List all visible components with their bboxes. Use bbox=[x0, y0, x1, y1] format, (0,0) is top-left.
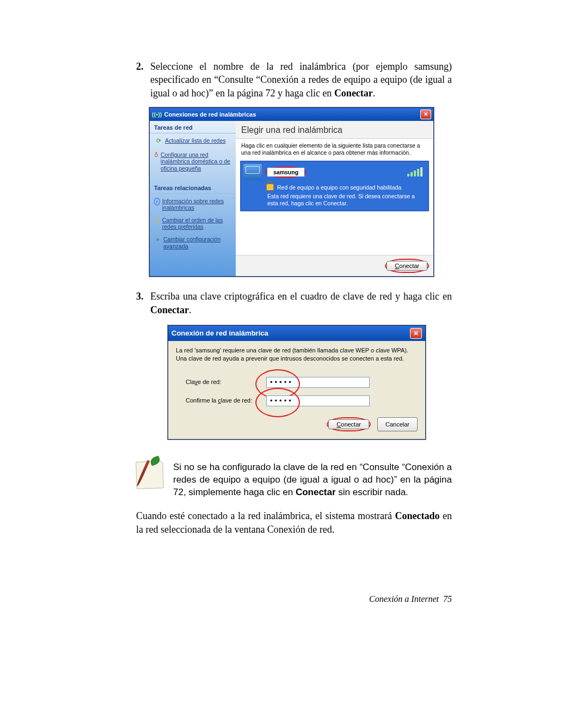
close-icon[interactable]: ✕ bbox=[420, 109, 431, 119]
dialog-title: Conexión de red inalámbrica bbox=[171, 329, 268, 337]
sidebar: Tareas de red ⟳ Actualizar lista de rede… bbox=[150, 121, 236, 277]
ssid-label: samsung bbox=[267, 168, 304, 176]
main-instructions: Haga clic en cualquier elemento de la si… bbox=[236, 139, 433, 161]
confirm-key-label: Confirme la clave de red: bbox=[176, 397, 266, 405]
step2-t2: . bbox=[373, 88, 376, 99]
step3-t2: . bbox=[189, 304, 192, 315]
confirm-key-input[interactable] bbox=[266, 395, 370, 406]
gear-icon: ✶ bbox=[154, 236, 161, 243]
network-key-input[interactable] bbox=[266, 377, 370, 388]
dialog-message: La red 'samsung' requiere una clave de r… bbox=[176, 346, 418, 363]
wireless-key-dialog: Conexión de red inalámbrica ✕ La red 'sa… bbox=[168, 325, 426, 440]
sidebar-item-advanced[interactable]: ✶ Cambiar configuración avanzada bbox=[150, 234, 236, 251]
sidebar-setup-label: Configurar una red inalámbrica doméstica… bbox=[161, 151, 231, 172]
step-number: 3. bbox=[136, 290, 150, 316]
dialog-cancel-button[interactable]: Cancelar bbox=[377, 417, 418, 431]
antenna-icon: ((•)) bbox=[152, 111, 162, 118]
sidebar-info-label: Información sobre redes inalámbricas bbox=[162, 198, 231, 211]
lock-icon bbox=[266, 184, 274, 191]
note-bold: Conectar bbox=[296, 487, 336, 497]
footer-section: Conexión a Internet bbox=[369, 594, 439, 604]
sidebar-order-label: Cambiar el orden de las redes preferidas bbox=[162, 217, 231, 230]
page-footer: Conexión a Internet 75 bbox=[369, 594, 452, 604]
step-text: Seleccione el nombre de la red inalámbri… bbox=[150, 60, 452, 100]
step-number: 2. bbox=[136, 60, 150, 100]
footer-page: 75 bbox=[443, 594, 452, 604]
step-2: 2. Seleccione el nombre de la red inalám… bbox=[136, 60, 452, 100]
window-titlebar[interactable]: ((•)) Conexiones de red inalámbricas ✕ bbox=[150, 108, 433, 121]
dialog-connect-button[interactable]: Conectar bbox=[328, 419, 369, 429]
highlight-circle-connect: CConectaronectar bbox=[385, 259, 429, 273]
sidebar-adv-label: Cambiar configuración avanzada bbox=[163, 236, 231, 249]
step2-bold: Conectar bbox=[334, 88, 373, 99]
antenna-setup-icon: ♁ bbox=[154, 151, 158, 159]
window-title: Conexiones de red inalámbricas bbox=[164, 111, 256, 118]
star-icon: ★ bbox=[154, 217, 160, 224]
adhoc-icon bbox=[243, 164, 262, 180]
step-text: Escriba una clave criptográfica en el cu… bbox=[150, 290, 452, 316]
main-panel: Elegir una red inalámbrica Haga clic en … bbox=[236, 121, 433, 277]
sidebar-item-setup[interactable]: ♁ Configurar una red inalámbrica domésti… bbox=[150, 150, 236, 174]
step2-t1: Seleccione el nombre de la red inalámbri… bbox=[150, 61, 452, 99]
closing-paragraph: Cuando esté conectado a la red inalámbri… bbox=[136, 509, 452, 536]
network-security-text: Red de equipo a equipo con seguridad hab… bbox=[277, 184, 401, 191]
note-icon bbox=[136, 461, 163, 489]
window-footer: CConectaronectar bbox=[236, 255, 433, 276]
sidebar-item-refresh[interactable]: ⟳ Actualizar lista de redes bbox=[150, 136, 236, 147]
step3-t1: Escriba una clave criptográfica en el cu… bbox=[150, 291, 452, 302]
connect-button[interactable]: CConectaronectar bbox=[387, 261, 427, 271]
step-3: 3. Escriba una clave criptográfica en el… bbox=[136, 290, 452, 316]
after-bold: Conectado bbox=[395, 510, 439, 521]
highlight-circle-ssid: samsung bbox=[265, 167, 307, 178]
network-row-samsung[interactable]: samsung Red de equipo a equipo con segur… bbox=[240, 161, 429, 211]
info-icon: i bbox=[154, 198, 160, 205]
highlight-circle-dlg-connect: Conectar bbox=[327, 417, 371, 431]
note-text: Si no se ha configurado la clave de la r… bbox=[173, 461, 452, 499]
sidebar-refresh-label: Actualizar lista de redes bbox=[165, 137, 225, 144]
sidebar-header-tasks: Tareas de red bbox=[150, 121, 236, 133]
sidebar-header-related: Tareas relacionadas bbox=[150, 181, 236, 194]
sidebar-item-order[interactable]: ★ Cambiar el orden de las redes preferid… bbox=[150, 215, 236, 232]
wireless-connections-window: ((•)) Conexiones de red inalámbricas ✕ T… bbox=[149, 107, 434, 277]
close-icon[interactable]: ✕ bbox=[410, 328, 422, 339]
note-t2: sin escribir nada. bbox=[336, 487, 408, 497]
main-instr-text: Haga clic en cualquier elemento de la si… bbox=[241, 142, 420, 156]
sidebar-item-info[interactable]: i Información sobre redes inalámbricas bbox=[150, 196, 236, 213]
refresh-icon: ⟳ bbox=[154, 137, 163, 145]
network-description: Esta red requiere una clave de red. Si d… bbox=[267, 193, 420, 207]
signal-icon bbox=[406, 167, 422, 176]
network-key-label: Clave de red: bbox=[176, 378, 266, 386]
network-security-line: Red de equipo a equipo con seguridad hab… bbox=[266, 184, 426, 191]
main-heading: Elegir una red inalámbrica bbox=[236, 121, 433, 139]
info-note: Si no se ha configurado la clave de la r… bbox=[136, 461, 452, 499]
step3-bold: Conectar bbox=[150, 304, 189, 315]
after-t1: Cuando esté conectado a la red inalámbri… bbox=[136, 510, 395, 521]
dialog-titlebar[interactable]: Conexión de red inalámbrica ✕ bbox=[168, 326, 425, 341]
